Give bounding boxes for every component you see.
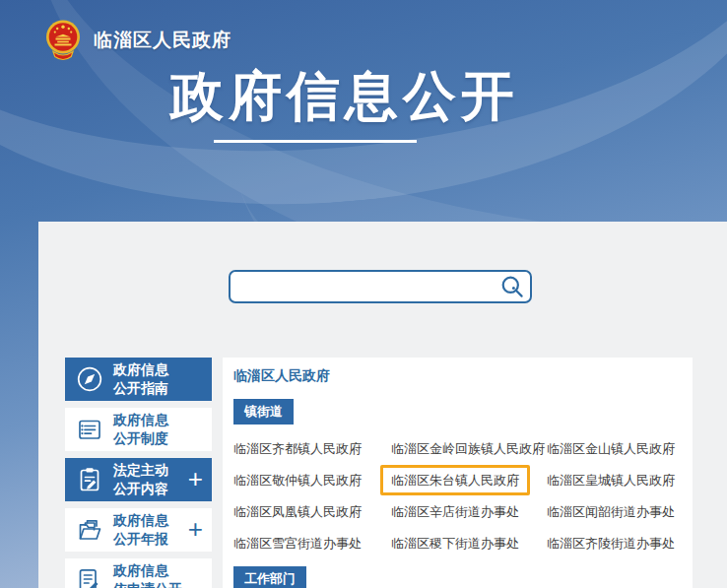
link-cell: 临淄区雪宫街道办事处 [233, 535, 391, 551]
search-icon[interactable] [499, 274, 525, 299]
folder-icon [75, 515, 104, 545]
expand-plus-icon[interactable]: + [188, 516, 203, 542]
document-list-icon [75, 415, 104, 444]
sidebar-item-open-guide[interactable]: 政府信息公开指南 [65, 358, 212, 401]
link-cell: 临淄区金山镇人民政府 [547, 440, 682, 456]
clipboard-pen-icon [75, 465, 104, 494]
link-grid: 临淄区齐都镇人民政府临淄区金岭回族镇人民政府临淄区金山镇人民政府临淄区敬仲镇人民… [233, 440, 682, 551]
compass-icon [75, 364, 104, 394]
page: 临淄区人民政府 政府信息公开 政府信息公开指南政府信息公开制度法定主动公开内容+… [0, 0, 727, 588]
sidebar-item-open-on-request[interactable]: 政府信息依申请公开 [65, 558, 212, 588]
gov-link[interactable]: 临淄区稷下街道办事处 [391, 536, 519, 551]
link-cell: 临淄区敬仲镇人民政府 [233, 472, 391, 488]
gov-link[interactable]: 临淄区凤凰镇人民政府 [233, 504, 362, 519]
sidebar-item-label: 政府信息依申请公开 [113, 561, 182, 588]
sidebar-item-open-rules[interactable]: 政府信息公开制度 [65, 408, 212, 451]
gov-link[interactable]: 临淄区金岭回族镇人民政府 [391, 441, 545, 456]
link-groups: 镇街道临淄区齐都镇人民政府临淄区金岭回族镇人民政府临淄区金山镇人民政府临淄区敬仲… [233, 385, 682, 588]
gov-link[interactable]: 临淄区雪宫街道办事处 [233, 536, 362, 551]
group-badge: 镇街道 [233, 399, 294, 425]
sidebar-item-label: 政府信息公开指南 [113, 360, 168, 398]
national-emblem-icon [43, 18, 83, 63]
gov-link[interactable]: 临淄区辛店街道办事处 [391, 504, 519, 519]
link-cell: 临淄区皇城镇人民政府 [547, 472, 682, 488]
sidebar-item-annual-report[interactable]: 政府信息公开年报+ [65, 508, 212, 552]
gov-link[interactable]: 临淄区金山镇人民政府 [547, 441, 675, 456]
link-cell: 临淄区齐陵街道办事处 [547, 535, 682, 551]
gov-link[interactable]: 临淄区闻韶街道办事处 [547, 504, 675, 519]
group-badge: 工作部门 [233, 566, 306, 588]
document-pen-icon [75, 565, 104, 588]
link-cell: 临淄区闻韶街道办事处 [547, 503, 682, 519]
expand-plus-icon[interactable]: + [188, 466, 203, 491]
sidebar-item-statutory-open[interactable]: 法定主动公开内容+ [65, 458, 212, 501]
main-content: 临淄区人民政府 镇街道临淄区齐都镇人民政府临淄区金岭回族镇人民政府临淄区金山镇人… [223, 358, 693, 588]
sidebar-item-label: 政府信息公开制度 [113, 411, 168, 448]
link-cell: 临淄区辛店街道办事处 [391, 503, 547, 519]
sidebar: 政府信息公开指南政府信息公开制度法定主动公开内容+政府信息公开年报+政府信息依申… [65, 358, 212, 588]
gov-link-highlighted[interactable]: 临淄区朱台镇人民政府 [380, 465, 530, 495]
site-name: 临淄区人民政府 [94, 28, 231, 53]
gov-link[interactable]: 临淄区齐都镇人民政府 [233, 441, 362, 456]
link-cell: 临淄区朱台镇人民政府 [391, 472, 547, 488]
link-cell: 临淄区齐都镇人民政府 [233, 440, 391, 456]
gov-link[interactable]: 临淄区敬仲镇人民政府 [233, 473, 362, 488]
link-cell: 临淄区金岭回族镇人民政府 [391, 440, 547, 456]
link-cell: 临淄区凤凰镇人民政府 [233, 503, 391, 519]
sidebar-item-label: 政府信息公开年报 [113, 511, 168, 549]
section-title: 临淄区人民政府 [233, 365, 682, 385]
title-underline [214, 140, 417, 143]
page-title: 政府信息公开 [158, 65, 532, 126]
site-header[interactable]: 临淄区人民政府 [43, 18, 231, 63]
search-bar [229, 270, 532, 303]
gov-link[interactable]: 临淄区齐陵街道办事处 [547, 536, 675, 551]
link-cell: 临淄区稷下街道办事处 [391, 535, 547, 551]
gov-link[interactable]: 临淄区皇城镇人民政府 [547, 473, 675, 488]
sidebar-item-label: 法定主动公开内容 [113, 461, 168, 498]
content-panel: 政府信息公开指南政府信息公开制度法定主动公开内容+政府信息公开年报+政府信息依申… [38, 222, 727, 588]
search-input[interactable] [229, 270, 532, 303]
